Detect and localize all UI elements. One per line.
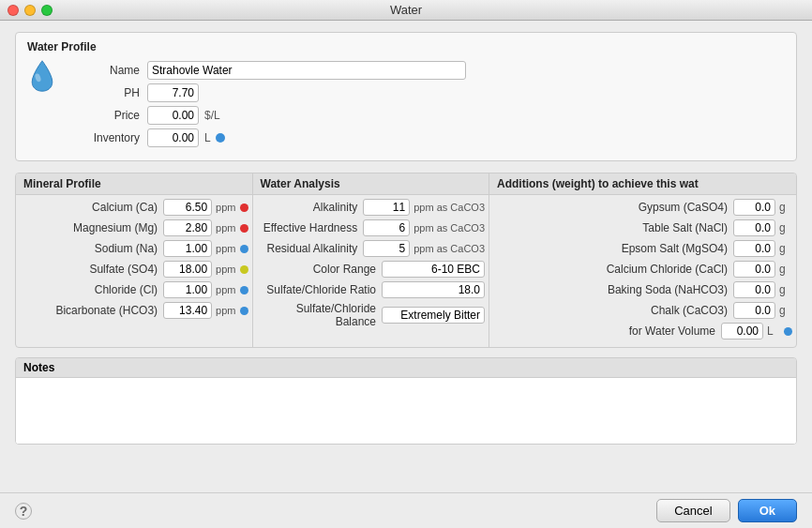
footer-buttons: Cancel Ok <box>656 499 797 522</box>
calcium-input[interactable] <box>163 199 212 216</box>
table-salt-unit: g <box>779 221 792 234</box>
chalk-label: Chalk (CaCO3) <box>493 304 728 317</box>
price-row: Price $/L <box>74 106 785 125</box>
inventory-input[interactable] <box>147 128 199 147</box>
additions-header: Additions (weight) to achieve this wat <box>489 173 796 195</box>
sc-ratio-input[interactable] <box>382 281 485 298</box>
calcium-chloride-input[interactable] <box>733 261 775 278</box>
baking-soda-label: Baking Soda (NaHCO3) <box>493 283 728 296</box>
alkalinity-input[interactable] <box>363 199 410 216</box>
baking-soda-row: Baking Soda (NaHCO3) g <box>493 281 792 298</box>
alkalinity-unit: ppm as CaCO3 <box>414 202 485 213</box>
table-salt-input[interactable] <box>733 219 775 236</box>
sulfate-input[interactable] <box>163 261 212 278</box>
calcium-row: Calcium (Ca) ppm <box>20 199 248 216</box>
sulfate-dot <box>240 265 248 274</box>
notes-header: Notes <box>16 358 796 378</box>
inventory-dot <box>216 133 225 143</box>
water-volume-input[interactable] <box>721 323 763 339</box>
baking-soda-unit: g <box>779 283 792 296</box>
ok-button[interactable]: Ok <box>738 499 797 522</box>
calcium-chloride-label: Calcium Chloride (CaCl) <box>493 263 728 276</box>
water-profile-title: Water Profile <box>27 40 785 53</box>
chloride-input[interactable] <box>163 281 212 298</box>
bicarbonate-row: Bicarbonate (HCO3) ppm <box>20 302 248 319</box>
notes-textarea[interactable] <box>16 378 796 444</box>
sulfate-label: Sulfate (SO4) <box>20 263 158 276</box>
water-volume-dot <box>784 327 792 336</box>
help-button[interactable]: ? <box>15 503 32 520</box>
calcium-chloride-unit: g <box>779 263 792 276</box>
gypsum-row: Gypsum (CaSO4) g <box>493 199 792 216</box>
sc-balance-label: Sulfate/Chloride Balance <box>257 302 377 328</box>
sodium-row: Sodium (Na) ppm <box>20 240 248 257</box>
sulfate-row: Sulfate (SO4) ppm <box>20 261 248 278</box>
notes-section: Notes <box>15 357 797 445</box>
sodium-label: Sodium (Na) <box>20 242 158 255</box>
magnesium-row: Magnesium (Mg) ppm <box>20 219 248 236</box>
water-analysis-header: Water Analysis <box>253 173 489 195</box>
minimize-button[interactable] <box>24 5 36 16</box>
bicarbonate-unit: ppm <box>216 305 235 316</box>
main-content: Water Profile Name PH Price $/L <box>0 21 812 445</box>
color-range-label: Color Range <box>257 263 377 276</box>
chloride-dot <box>240 286 248 294</box>
gypsum-input[interactable] <box>733 199 775 216</box>
alkalinity-row: Alkalinity ppm as CaCO3 <box>257 199 486 216</box>
price-input[interactable] <box>147 106 199 125</box>
cancel-button[interactable]: Cancel <box>656 499 729 522</box>
residual-alkalinity-unit: ppm as CaCO3 <box>414 243 485 254</box>
water-profile-form: Name PH Price $/L Inventory L <box>74 61 785 147</box>
sulfate-unit: ppm <box>216 264 235 275</box>
name-row: Name <box>74 61 785 80</box>
sodium-input[interactable] <box>163 240 212 257</box>
effective-hardness-unit: ppm as CaCO3 <box>414 222 485 234</box>
mineral-profile-body: Calcium (Ca) ppm Magnesium (Mg) ppm Sodi… <box>16 195 252 326</box>
baking-soda-input[interactable] <box>733 281 775 298</box>
price-label: Price <box>74 109 140 122</box>
color-range-input[interactable] <box>382 261 485 278</box>
mineral-profile-header: Mineral Profile <box>16 173 252 195</box>
water-analysis-col: Water Analysis Alkalinity ppm as CaCO3 E… <box>253 173 490 347</box>
name-label: Name <box>74 64 140 77</box>
sodium-unit: ppm <box>216 243 235 254</box>
water-analysis-body: Alkalinity ppm as CaCO3 Effective Hardne… <box>253 195 489 336</box>
sodium-dot <box>240 245 248 253</box>
sc-ratio-row: Sulfate/Chloride Ratio <box>257 281 486 298</box>
chalk-input[interactable] <box>733 302 775 319</box>
maximize-button[interactable] <box>41 5 53 16</box>
water-volume-label: for Water Volume <box>493 324 715 338</box>
residual-alkalinity-label: Residual Alkalinity <box>257 242 358 255</box>
mineral-profile-col: Mineral Profile Calcium (Ca) ppm Magnesi… <box>16 173 253 347</box>
bicarbonate-input[interactable] <box>163 302 212 319</box>
gypsum-unit: g <box>779 201 792 214</box>
name-input[interactable] <box>147 61 466 80</box>
window-title: Water <box>390 3 422 17</box>
chalk-unit: g <box>779 304 792 317</box>
sc-balance-row: Sulfate/Chloride Balance <box>257 302 486 328</box>
epsom-salt-input[interactable] <box>733 240 775 257</box>
close-button[interactable] <box>8 5 19 16</box>
bicarbonate-dot <box>240 307 248 315</box>
calcium-dot <box>240 204 248 212</box>
additions-col: Additions (weight) to achieve this wat G… <box>489 173 796 347</box>
table-salt-label: Table Salt (NaCl) <box>493 221 728 234</box>
calcium-unit: ppm <box>216 202 235 213</box>
price-unit: $/L <box>204 109 220 122</box>
chloride-row: Chloride (Cl) ppm <box>20 281 248 298</box>
epsom-salt-unit: g <box>779 242 792 255</box>
title-bar: Water <box>0 0 812 21</box>
data-table-area: Mineral Profile Calcium (Ca) ppm Magnesi… <box>15 173 797 348</box>
effective-hardness-label: Effective Hardness <box>257 221 358 234</box>
effective-hardness-input[interactable] <box>363 219 410 236</box>
sc-balance-input[interactable] <box>382 307 485 324</box>
ph-input[interactable] <box>147 83 199 102</box>
magnesium-unit: ppm <box>216 222 235 234</box>
water-profile-section: Water Profile Name PH Price $/L <box>15 32 797 161</box>
residual-alkalinity-input[interactable] <box>363 240 410 257</box>
ph-row: PH <box>74 83 785 102</box>
epsom-salt-label: Epsom Salt (MgSO4) <box>493 242 728 255</box>
additions-body: Gypsum (CaSO4) g Table Salt (NaCl) g Eps… <box>489 195 796 347</box>
magnesium-input[interactable] <box>163 219 212 236</box>
color-range-row: Color Range <box>257 261 486 278</box>
